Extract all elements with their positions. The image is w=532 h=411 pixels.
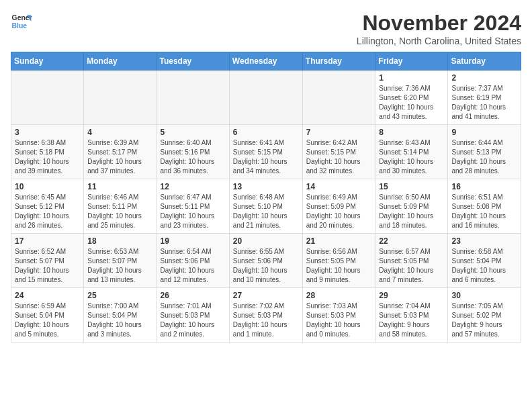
day-info: Sunrise: 6:45 AM Sunset: 5:12 PM Dayligh… bbox=[15, 193, 80, 230]
day-info: Sunrise: 7:01 AM Sunset: 5:03 PM Dayligh… bbox=[161, 302, 226, 339]
day-info: Sunrise: 6:39 AM Sunset: 5:17 PM Dayligh… bbox=[87, 138, 152, 176]
day-info: Sunrise: 7:04 AM Sunset: 5:03 PM Dayligh… bbox=[379, 302, 444, 339]
day-info: Sunrise: 6:57 AM Sunset: 5:05 PM Dayligh… bbox=[379, 247, 444, 285]
calendar-cell: 11Sunrise: 6:46 AM Sunset: 5:11 PM Dayli… bbox=[84, 179, 157, 234]
day-info: Sunrise: 7:37 AM Sunset: 6:19 PM Dayligh… bbox=[451, 84, 517, 122]
calendar-cell: 28Sunrise: 7:03 AM Sunset: 5:03 PM Dayli… bbox=[302, 288, 375, 342]
calendar-cell: 30Sunrise: 7:05 AM Sunset: 5:02 PM Dayli… bbox=[448, 288, 521, 342]
calendar-header-row: SundayMondayTuesdayWednesdayThursdayFrid… bbox=[11, 52, 521, 71]
month-year-title: November 2024 bbox=[357, 11, 521, 36]
day-number: 28 bbox=[306, 291, 372, 300]
day-number: 4 bbox=[87, 128, 152, 137]
day-info: Sunrise: 6:58 AM Sunset: 5:04 PM Dayligh… bbox=[451, 247, 517, 285]
day-number: 20 bbox=[233, 236, 299, 246]
day-number: 3 bbox=[15, 128, 80, 137]
day-number: 1 bbox=[379, 73, 444, 83]
header-sunday: Sunday bbox=[11, 52, 84, 71]
calendar-week-3: 17Sunrise: 6:52 AM Sunset: 5:07 PM Dayli… bbox=[11, 234, 521, 288]
day-number: 21 bbox=[306, 236, 372, 246]
calendar-cell: 18Sunrise: 6:53 AM Sunset: 5:07 PM Dayli… bbox=[84, 234, 157, 288]
day-info: Sunrise: 6:59 AM Sunset: 5:04 PM Dayligh… bbox=[15, 302, 80, 339]
day-info: Sunrise: 6:54 AM Sunset: 5:06 PM Dayligh… bbox=[161, 247, 226, 285]
day-info: Sunrise: 6:53 AM Sunset: 5:07 PM Dayligh… bbox=[87, 247, 152, 285]
day-info: Sunrise: 6:38 AM Sunset: 5:18 PM Dayligh… bbox=[15, 138, 80, 176]
day-info: Sunrise: 6:48 AM Sunset: 5:10 PM Dayligh… bbox=[233, 193, 299, 230]
day-number: 18 bbox=[87, 236, 152, 246]
calendar-cell bbox=[11, 71, 84, 125]
day-number: 7 bbox=[306, 128, 372, 137]
calendar-cell: 8Sunrise: 6:43 AM Sunset: 5:14 PM Daylig… bbox=[375, 125, 448, 179]
day-info: Sunrise: 6:47 AM Sunset: 5:11 PM Dayligh… bbox=[161, 193, 226, 230]
day-info: Sunrise: 6:55 AM Sunset: 5:06 PM Dayligh… bbox=[233, 247, 299, 285]
header-friday: Friday bbox=[375, 52, 448, 71]
calendar-week-2: 10Sunrise: 6:45 AM Sunset: 5:12 PM Dayli… bbox=[11, 179, 521, 234]
day-number: 30 bbox=[451, 291, 517, 300]
title-block: November 2024 Lillington, North Carolina… bbox=[357, 11, 521, 46]
calendar-table: SundayMondayTuesdayWednesdayThursdayFrid… bbox=[11, 52, 521, 342]
header-thursday: Thursday bbox=[302, 52, 375, 71]
calendar-cell: 5Sunrise: 6:40 AM Sunset: 5:16 PM Daylig… bbox=[157, 125, 229, 179]
day-number: 19 bbox=[161, 236, 226, 246]
day-info: Sunrise: 7:00 AM Sunset: 5:04 PM Dayligh… bbox=[87, 302, 152, 339]
day-number: 22 bbox=[379, 236, 444, 246]
day-number: 6 bbox=[233, 128, 299, 137]
day-number: 9 bbox=[451, 128, 517, 137]
calendar-cell bbox=[84, 71, 157, 125]
calendar-week-4: 24Sunrise: 6:59 AM Sunset: 5:04 PM Dayli… bbox=[11, 288, 521, 342]
calendar-cell: 4Sunrise: 6:39 AM Sunset: 5:17 PM Daylig… bbox=[84, 125, 157, 179]
calendar-cell: 3Sunrise: 6:38 AM Sunset: 5:18 PM Daylig… bbox=[11, 125, 84, 179]
header-wednesday: Wednesday bbox=[229, 52, 302, 71]
calendar-week-0: 1Sunrise: 7:36 AM Sunset: 6:20 PM Daylig… bbox=[11, 71, 521, 125]
day-info: Sunrise: 6:42 AM Sunset: 5:15 PM Dayligh… bbox=[306, 138, 372, 176]
calendar-cell bbox=[229, 71, 302, 125]
day-number: 14 bbox=[306, 182, 372, 191]
calendar-cell: 29Sunrise: 7:04 AM Sunset: 5:03 PM Dayli… bbox=[375, 288, 448, 342]
day-info: Sunrise: 6:43 AM Sunset: 5:14 PM Dayligh… bbox=[379, 138, 444, 176]
calendar-cell: 26Sunrise: 7:01 AM Sunset: 5:03 PM Dayli… bbox=[157, 288, 229, 342]
calendar-cell: 22Sunrise: 6:57 AM Sunset: 5:05 PM Dayli… bbox=[375, 234, 448, 288]
day-info: Sunrise: 6:41 AM Sunset: 5:15 PM Dayligh… bbox=[233, 138, 299, 176]
day-info: Sunrise: 6:52 AM Sunset: 5:07 PM Dayligh… bbox=[15, 247, 80, 285]
day-number: 17 bbox=[15, 236, 80, 246]
day-number: 24 bbox=[15, 291, 80, 300]
day-number: 12 bbox=[161, 182, 226, 191]
day-number: 15 bbox=[379, 182, 444, 191]
day-number: 2 bbox=[451, 73, 517, 83]
day-number: 29 bbox=[379, 291, 444, 300]
day-number: 16 bbox=[451, 182, 517, 191]
calendar-cell bbox=[302, 71, 375, 125]
calendar-cell: 15Sunrise: 6:50 AM Sunset: 5:09 PM Dayli… bbox=[375, 179, 448, 234]
page-header: General Blue November 2024 Lillington, N… bbox=[11, 11, 521, 46]
calendar-cell: 17Sunrise: 6:52 AM Sunset: 5:07 PM Dayli… bbox=[11, 234, 84, 288]
day-number: 5 bbox=[161, 128, 226, 137]
day-number: 10 bbox=[15, 182, 80, 191]
header-tuesday: Tuesday bbox=[157, 52, 229, 71]
calendar-cell: 6Sunrise: 6:41 AM Sunset: 5:15 PM Daylig… bbox=[229, 125, 302, 179]
logo: General Blue bbox=[11, 11, 32, 32]
day-info: Sunrise: 6:51 AM Sunset: 5:08 PM Dayligh… bbox=[451, 193, 517, 230]
calendar-cell: 16Sunrise: 6:51 AM Sunset: 5:08 PM Dayli… bbox=[448, 179, 521, 234]
day-number: 11 bbox=[87, 182, 152, 191]
day-info: Sunrise: 7:05 AM Sunset: 5:02 PM Dayligh… bbox=[451, 302, 517, 339]
calendar-cell: 25Sunrise: 7:00 AM Sunset: 5:04 PM Dayli… bbox=[84, 288, 157, 342]
day-number: 13 bbox=[233, 182, 299, 191]
day-info: Sunrise: 7:02 AM Sunset: 5:03 PM Dayligh… bbox=[233, 302, 299, 339]
calendar-cell: 19Sunrise: 6:54 AM Sunset: 5:06 PM Dayli… bbox=[157, 234, 229, 288]
day-info: Sunrise: 6:49 AM Sunset: 5:09 PM Dayligh… bbox=[306, 193, 372, 230]
calendar-cell: 21Sunrise: 6:56 AM Sunset: 5:05 PM Dayli… bbox=[302, 234, 375, 288]
day-info: Sunrise: 7:36 AM Sunset: 6:20 PM Dayligh… bbox=[379, 84, 444, 122]
calendar-cell: 1Sunrise: 7:36 AM Sunset: 6:20 PM Daylig… bbox=[375, 71, 448, 125]
calendar-cell: 14Sunrise: 6:49 AM Sunset: 5:09 PM Dayli… bbox=[302, 179, 375, 234]
calendar-cell: 9Sunrise: 6:44 AM Sunset: 5:13 PM Daylig… bbox=[448, 125, 521, 179]
calendar-cell: 20Sunrise: 6:55 AM Sunset: 5:06 PM Dayli… bbox=[229, 234, 302, 288]
calendar-cell: 7Sunrise: 6:42 AM Sunset: 5:15 PM Daylig… bbox=[302, 125, 375, 179]
header-monday: Monday bbox=[84, 52, 157, 71]
calendar-cell: 24Sunrise: 6:59 AM Sunset: 5:04 PM Dayli… bbox=[11, 288, 84, 342]
location-subtitle: Lillington, North Carolina, United State… bbox=[357, 36, 521, 46]
calendar-cell: 12Sunrise: 6:47 AM Sunset: 5:11 PM Dayli… bbox=[157, 179, 229, 234]
calendar-cell: 13Sunrise: 6:48 AM Sunset: 5:10 PM Dayli… bbox=[229, 179, 302, 234]
calendar-cell: 23Sunrise: 6:58 AM Sunset: 5:04 PM Dayli… bbox=[448, 234, 521, 288]
day-info: Sunrise: 6:50 AM Sunset: 5:09 PM Dayligh… bbox=[379, 193, 444, 230]
day-number: 8 bbox=[379, 128, 444, 137]
calendar-cell: 10Sunrise: 6:45 AM Sunset: 5:12 PM Dayli… bbox=[11, 179, 84, 234]
